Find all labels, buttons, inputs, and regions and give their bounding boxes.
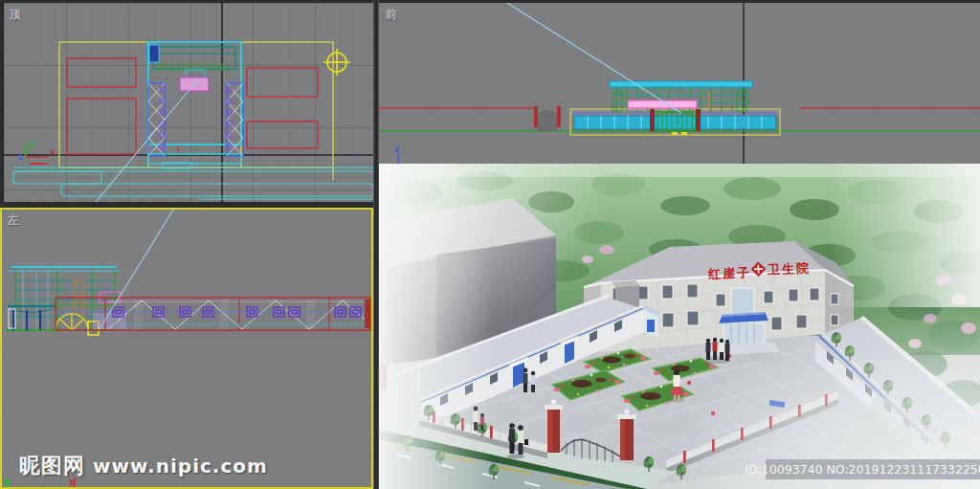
max-4-viewport-workspace: y x z <box>0 0 980 489</box>
left-view-grid <box>2 210 371 487</box>
viewport-top[interactable]: y x z <box>4 3 373 202</box>
top-view-canvas: y x z <box>4 3 373 202</box>
front-view-canvas: z <box>379 3 980 164</box>
building-sign-text-suffix: 卫生院 <box>767 260 812 277</box>
axis-y-label: Y <box>2 479 9 487</box>
id-stamp-band: ID:10093740 NO:20191223111733225000 <box>745 459 980 479</box>
axis-y-label: y <box>29 139 34 148</box>
axis-x-label: X <box>69 479 76 487</box>
axis-z-label: z <box>18 152 23 162</box>
watermark-brand: 昵图网 <box>19 454 85 478</box>
watermark-url: www.nipic.com <box>93 455 268 478</box>
viewport-left-active[interactable]: Y X <box>0 208 373 489</box>
axis-x-label: x <box>50 147 56 157</box>
site-watermark: 昵图网www.nipic.com <box>19 452 268 480</box>
viewport-perspective-render[interactable]: 红崖子 卫生院 <box>379 164 980 489</box>
axis-z-label: z <box>394 144 399 154</box>
viewport-splitter-horizontal[interactable] <box>0 202 373 208</box>
window-frame-left <box>0 0 4 202</box>
window-frame-top <box>0 0 980 3</box>
viewport-label-top[interactable]: 顶 <box>10 7 21 23</box>
viewport-label-left[interactable]: 左 <box>8 212 19 229</box>
render-canvas: 红崖子 卫生院 <box>379 164 980 489</box>
left-view-canvas: Y X <box>2 210 371 487</box>
viewport-splitter-vertical[interactable] <box>373 0 379 489</box>
viewport-label-front[interactable]: 前 <box>386 7 397 23</box>
id-stamp-text: ID:10093740 NO:20191223111733225000 <box>745 462 980 477</box>
viewport-front[interactable]: z <box>379 3 980 164</box>
building-sign-text-prefix: 红崖子 <box>707 265 752 281</box>
